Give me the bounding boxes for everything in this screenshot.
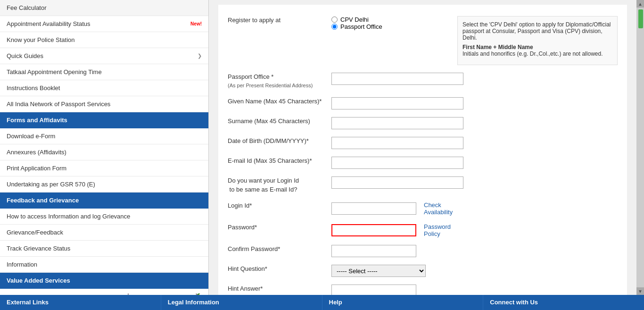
passport-office-field[interactable] — [331, 73, 463, 85]
login-id-field[interactable] — [331, 202, 416, 215]
login-id-input-area: Check Availability — [331, 201, 463, 216]
passport-office-label: Passport Office * (As per Present Reside… — [228, 73, 331, 90]
register-at-options: CPV Delhi Passport Office — [331, 16, 448, 30]
radio-cpv-option[interactable]: CPV Delhi — [331, 16, 448, 23]
password-field[interactable] — [331, 224, 416, 236]
footer-connect[interactable]: Connect with Us — [483, 295, 644, 310]
dob-label: Date of Birth (DD/MM/YYYY)* — [228, 137, 331, 145]
radio-cpv[interactable] — [331, 17, 338, 23]
password-input-area: Password Policy — [331, 223, 463, 237]
given-name-row: Given Name (Max 45 Characters)* — [228, 95, 618, 111]
login-id-label: Login Id* — [228, 201, 331, 210]
hint-answer-label: Hint Answer* — [228, 285, 331, 293]
sidebar-item-all-india-network[interactable]: All India Network of Passport Services — [0, 96, 208, 112]
hint-question-select[interactable]: ----- Select ----- — [331, 265, 426, 277]
sidebar-item-information[interactable]: Information — [0, 257, 208, 273]
given-name-input-area — [331, 97, 463, 109]
info-line3: Initials and honorifics (e.g. Dr.,Col.,e… — [462, 50, 603, 57]
surname-label: Surname (Max 45 Characters) — [228, 117, 331, 126]
hint-answer-field[interactable] — [331, 285, 416, 295]
surname-field[interactable] — [331, 117, 463, 129]
footer-help[interactable]: Help — [322, 295, 484, 310]
hint-question-label: Hint Question* — [228, 265, 331, 273]
surname-input-area — [331, 117, 463, 129]
login-same-email-row: Do you want your Login Id to be same as … — [228, 175, 618, 195]
sidebar-item-know-police-station[interactable]: Know your Police Station — [0, 32, 208, 48]
sidebar-section-forms: Forms and Affidavits — [0, 112, 208, 128]
footer-legal-info[interactable]: Legal Information — [161, 295, 322, 310]
sidebar-item-appointment-status[interactable]: Appointment Availability Status — [0, 16, 208, 32]
radio-passport[interactable] — [331, 24, 338, 30]
scrollbar-up-arrow[interactable]: ▲ — [636, 0, 644, 8]
sidebar-item-quick-guides[interactable]: Quick Guides ❯ — [0, 48, 208, 64]
register-at-label: Register to apply at — [228, 16, 331, 25]
sidebar-item-undertaking[interactable]: Undertaking as per GSR 570 (E) — [0, 176, 208, 193]
sidebar-item-mpassport[interactable]: mPassport Seva App 🤖 🍎 — [0, 289, 208, 295]
passport-office-row: Passport Office * (As per Present Reside… — [228, 71, 618, 92]
chevron-right-icon: ❯ — [198, 53, 202, 59]
password-label: Password* — [228, 223, 331, 232]
info-line1: Select the 'CPV Delhi' option to apply f… — [462, 21, 612, 41]
radio-passport-option[interactable]: Passport Office — [331, 23, 448, 30]
sidebar-section-value: Value Added Services — [0, 273, 208, 289]
dob-input-area — [331, 137, 463, 149]
dob-row: Date of Birth (DD/MM/YYYY)* — [228, 135, 618, 151]
info-bold-label: First Name + Middle Name — [462, 44, 533, 50]
info-panel: Select the 'CPV Delhi' option to apply f… — [457, 16, 618, 65]
hint-answer-input-area — [331, 285, 463, 295]
login-id-row: Login Id* Check Availability — [228, 200, 618, 218]
password-row: Password* Password Policy — [228, 221, 618, 239]
check-availability-link[interactable]: Check Availability — [424, 201, 463, 216]
sidebar-item-fee-calculator[interactable]: Fee Calculator — [0, 0, 208, 16]
sidebar-item-how-to-access[interactable]: How to access Information and log Grieva… — [0, 209, 208, 225]
given-name-label: Given Name (Max 45 Characters)* — [228, 97, 331, 106]
scrollbar-down-arrow[interactable]: ▼ — [636, 287, 644, 295]
email-field[interactable] — [331, 157, 463, 169]
content-area: Register to apply at CPV Delhi Passport … — [209, 0, 636, 295]
footer-external-links[interactable]: External Links — [0, 295, 161, 310]
hint-answer-row: Hint Answer* — [228, 283, 618, 295]
radio-passport-label: Passport Office — [340, 23, 382, 30]
sidebar-item-download-eform[interactable]: Download e-Form — [0, 128, 208, 144]
footer: External Links Legal Information Help Co… — [0, 295, 644, 310]
login-same-label: Do you want your Login Id to be same as … — [228, 176, 331, 193]
sidebar-item-instructions-booklet[interactable]: Instructions Booklet — [0, 80, 208, 96]
confirm-password-label: Confirm Password* — [228, 245, 331, 253]
email-input-area — [331, 157, 463, 169]
email-label: E-mail Id (Max 35 Characters)* — [228, 157, 331, 165]
surname-row: Surname (Max 45 Characters) — [228, 115, 618, 131]
confirm-password-field[interactable] — [331, 245, 416, 257]
sidebar-item-track-grievance[interactable]: Track Grievance Status — [0, 241, 208, 257]
sidebar: Fee Calculator Appointment Availability … — [0, 0, 209, 295]
scrollbar-thumb[interactable] — [638, 9, 643, 28]
radio-cpv-label: CPV Delhi — [340, 16, 369, 23]
password-policy-link[interactable]: Password Policy — [424, 223, 463, 237]
login-same-field[interactable] — [331, 176, 463, 189]
register-at-row: Register to apply at CPV Delhi Passport … — [228, 14, 618, 67]
hint-question-input-area: ----- Select ----- — [331, 265, 463, 277]
confirm-password-row: Confirm Password* — [228, 243, 618, 259]
dob-field[interactable] — [331, 137, 463, 149]
registration-form: Register to apply at CPV Delhi Passport … — [218, 5, 627, 295]
login-same-input-area — [331, 176, 463, 189]
hint-question-row: Hint Question* ----- Select ----- — [228, 263, 618, 279]
sidebar-item-tatkaal[interactable]: Tatkaal Appointment Opening Time — [0, 64, 208, 80]
sidebar-item-grievance-feedback[interactable]: Grievance/Feedback — [0, 225, 208, 241]
info-line2: First Name + Middle Name Initials and ho… — [462, 44, 612, 57]
passport-office-input-area — [331, 73, 463, 85]
sidebar-section-feedback: Feedback and Grievance — [0, 193, 208, 209]
right-scrollbar: ▲ ▼ — [636, 0, 644, 295]
email-row: E-mail Id (Max 35 Characters)* — [228, 155, 618, 171]
sidebar-item-print-app-form[interactable]: Print Application Form — [0, 160, 208, 176]
passport-office-sub: (As per Present Residential Address) — [228, 83, 313, 88]
given-name-field[interactable] — [331, 97, 463, 109]
sidebar-item-annexures[interactable]: Annexures (Affidavits) — [0, 144, 208, 160]
confirm-password-input-area — [331, 245, 463, 257]
